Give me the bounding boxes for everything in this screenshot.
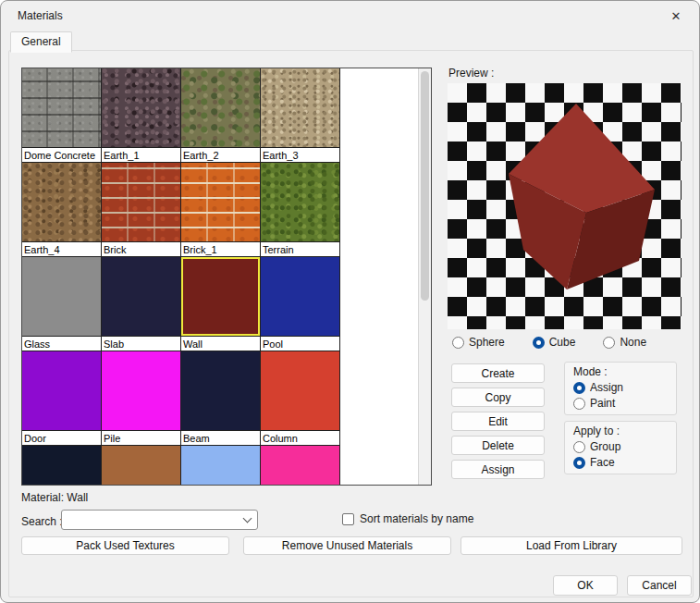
material-name: Earth_2 (181, 147, 260, 162)
material-name: Dome Concrete (22, 147, 101, 162)
material-swatch[interactable] (102, 163, 180, 241)
material-swatch[interactable] (181, 257, 260, 336)
radio-icon (573, 398, 585, 410)
material-swatch[interactable] (102, 351, 180, 430)
preview-label: Preview : (448, 67, 494, 80)
radio-icon (573, 457, 585, 469)
material-swatch[interactable] (22, 163, 101, 241)
titlebar[interactable]: Materials ✕ (1, 1, 699, 31)
material-swatch[interactable] (22, 68, 101, 147)
material-swatch[interactable] (22, 446, 101, 485)
material-dome-concrete[interactable]: Dome Concrete (22, 68, 102, 163)
material-swatch[interactable] (181, 351, 260, 430)
material-swatch[interactable] (22, 351, 101, 430)
material-name: Earth_4 (22, 241, 101, 256)
apply-option-group[interactable]: Group (573, 440, 668, 453)
remove-unused-materials-button[interactable]: Remove Unused Materials (243, 536, 451, 555)
materials-scrollbar[interactable] (418, 68, 431, 485)
search-label: Search : (21, 515, 63, 528)
material-name: Brick_1 (181, 241, 260, 256)
material-swatch[interactable] (261, 68, 339, 147)
material-column[interactable]: Column (261, 351, 340, 446)
radio-label: None (620, 336, 646, 349)
apply-option-face[interactable]: Face (573, 456, 668, 469)
pack-used-textures-button[interactable]: Pack Used Textures (21, 536, 229, 555)
material-name: Earth_3 (261, 147, 339, 162)
material-brick-1[interactable]: Brick_1 (181, 163, 261, 257)
copy-button[interactable]: Copy (451, 388, 545, 407)
edit-button[interactable]: Edit (451, 412, 545, 431)
search-combobox[interactable] (61, 510, 258, 530)
material-door[interactable]: Door (22, 351, 102, 446)
material-window[interactable]: Window (261, 446, 340, 485)
preview-shape-cube[interactable]: Cube (533, 336, 576, 349)
material-name: Slab (102, 336, 180, 351)
mode-option-paint[interactable]: Paint (573, 397, 668, 410)
preview-shape-sphere[interactable]: Sphere (452, 336, 505, 349)
radio-icon (452, 337, 464, 349)
checkbox-icon (342, 513, 354, 525)
material-slab[interactable]: Slab (102, 257, 181, 351)
sort-materials-label: Sort materials by name (360, 512, 473, 525)
radio-icon (533, 337, 545, 349)
material-wall[interactable]: Wall (181, 257, 261, 351)
material-swatch[interactable] (261, 257, 339, 336)
material-swatch[interactable] (261, 163, 339, 241)
material-swatch[interactable] (261, 446, 339, 485)
material-swatch[interactable] (181, 163, 260, 241)
assign-button[interactable]: Assign (451, 460, 545, 479)
tab-general[interactable]: General (10, 31, 72, 53)
material-pool[interactable]: Pool (261, 257, 340, 351)
sort-materials-checkbox[interactable]: Sort materials by name (342, 512, 473, 525)
material-swatch[interactable] (22, 257, 101, 336)
mode-group: Mode : AssignPaint (564, 362, 677, 415)
material-railing[interactable]: Railing (22, 446, 102, 485)
material-name: Beam (181, 430, 260, 445)
material-name: Pool (261, 336, 339, 351)
preview-shape-options: SphereCubeNone (448, 334, 682, 351)
material-stair[interactable]: Stair (181, 446, 261, 485)
material-earth-2[interactable]: Earth_2 (181, 68, 261, 163)
mode-option-assign[interactable]: Assign (573, 381, 668, 394)
material-swatch[interactable] (261, 351, 339, 430)
material-earth-3[interactable]: Earth_3 (261, 68, 340, 163)
material-swatch[interactable] (102, 446, 180, 485)
material-earth-1[interactable]: Earth_1 (102, 68, 181, 163)
delete-button[interactable]: Delete (451, 436, 545, 455)
material-swatch[interactable] (102, 68, 180, 147)
materials-grid: Dome ConcreteEarth_1Earth_2Earth_3Earth_… (21, 68, 432, 486)
material-name: Door (22, 430, 101, 445)
close-icon[interactable]: ✕ (664, 6, 688, 26)
material-terrain[interactable]: Terrain (261, 163, 340, 257)
materials-dialog: Materials ✕ General Dome ConcreteEarth_1… (0, 0, 700, 603)
material-name: Wall (181, 336, 260, 351)
scrollbar-thumb[interactable] (421, 71, 429, 301)
preview-canvas (448, 83, 682, 329)
material-swatch[interactable] (102, 257, 180, 336)
material-swatch[interactable] (181, 68, 260, 147)
load-from-library-button[interactable]: Load From Library (461, 536, 682, 555)
material-pile[interactable]: Pile (102, 351, 181, 446)
material-earth-4[interactable]: Earth_4 (22, 163, 102, 257)
search-input[interactable] (61, 510, 258, 530)
material-dome[interactable]: Dome (102, 446, 181, 485)
radio-icon (603, 337, 615, 349)
apply-to-group-label: Apply to : (573, 425, 668, 437)
radio-label: Sphere (469, 336, 505, 349)
radio-icon (573, 441, 585, 453)
material-name: Earth_1 (102, 147, 180, 162)
material-swatch[interactable] (181, 446, 260, 485)
radio-label: Group (590, 440, 620, 453)
ok-button[interactable]: OK (553, 575, 618, 596)
material-name: Column (261, 430, 339, 445)
material-brick[interactable]: Brick (102, 163, 181, 257)
material-beam[interactable]: Beam (181, 351, 261, 446)
cancel-button[interactable]: Cancel (627, 575, 692, 596)
mode-group-label: Mode : (573, 365, 668, 378)
preview-shape-none[interactable]: None (603, 336, 646, 349)
material-name: Pile (102, 430, 180, 445)
preview-cube (448, 83, 682, 329)
current-material-status: Material: Wall (21, 491, 88, 504)
material-glass[interactable]: Glass (22, 257, 102, 351)
create-button[interactable]: Create (451, 363, 545, 383)
